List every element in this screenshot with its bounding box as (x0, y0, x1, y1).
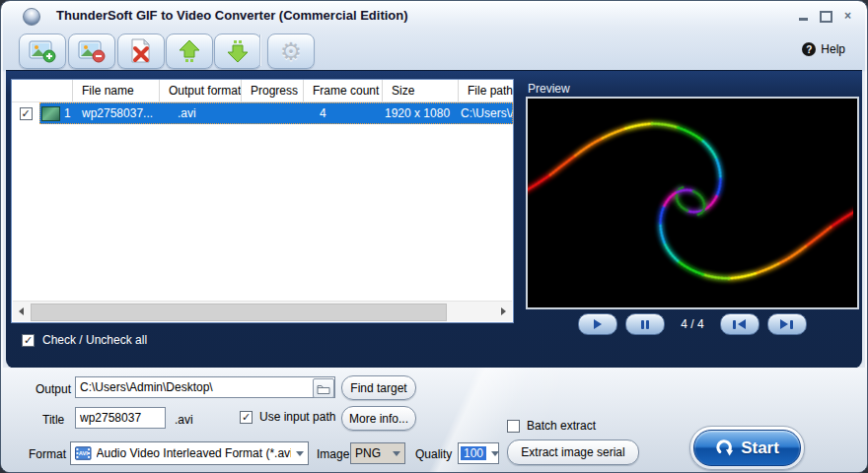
play-button[interactable] (578, 313, 617, 335)
gif-frame-image (528, 99, 853, 304)
file-list-body: ✓ 1 wp2758037... .avi 4 1920 x 1080 C:\U… (12, 102, 513, 303)
title-extension: .avi (175, 413, 193, 427)
start-label: Start (741, 439, 779, 458)
next-frame-button[interactable] (767, 313, 807, 335)
header-file-name[interactable]: File name (73, 80, 160, 101)
toolbar: ⚙ ? Help (1, 31, 867, 70)
remove-file-button[interactable] (68, 34, 115, 69)
add-image-icon (29, 39, 56, 63)
title-input[interactable] (75, 407, 166, 429)
window-title: ThunderSoft GIF to Video Converter (Comm… (56, 8, 408, 23)
output-path-input[interactable] (75, 376, 335, 398)
batch-extract-label: Batch extract (527, 419, 596, 433)
table-row[interactable]: ✓ 1 wp2758037... .avi 4 1920 x 1080 C:\U… (12, 102, 513, 124)
image-format-select[interactable]: PNG (350, 442, 405, 464)
title-label: Title (42, 413, 64, 427)
format-label: Format (29, 447, 66, 461)
output-label: Output (36, 382, 71, 396)
app-logo-icon (23, 8, 40, 26)
frame-counter: 4 / 4 (681, 317, 703, 331)
check-uncheck-all[interactable]: ✓ Check / Uncheck all (22, 333, 147, 347)
horizontal-scrollbar[interactable] (13, 301, 512, 321)
header-frame-count[interactable]: Frame count (304, 80, 383, 101)
maximize-icon[interactable] (820, 11, 832, 23)
header-file-path[interactable]: File path (459, 80, 513, 101)
gif-thumbnail (41, 106, 60, 121)
avi-format-icon: AVI (75, 446, 92, 460)
header-check-column[interactable] (12, 80, 73, 101)
image-label: Image (317, 447, 349, 461)
start-button[interactable]: Start (689, 426, 805, 470)
play-icon (594, 319, 602, 329)
format-value: Audio Video Interleaved Format (*.avi) (97, 446, 291, 460)
find-target-button[interactable]: Find target (341, 375, 416, 400)
check-all-label: Check / Uncheck all (42, 333, 147, 347)
previous-frame-button[interactable] (720, 313, 760, 335)
use-input-path-checkbox[interactable]: ✓ (240, 411, 253, 424)
extract-image-serial-button[interactable]: Extract image serial (507, 439, 639, 465)
help-label: Help (821, 42, 845, 56)
close-icon[interactable]: × (844, 10, 851, 22)
next-frame-icon (780, 319, 788, 329)
cell-file-path: C:\Users\A (459, 106, 513, 120)
minimize-icon[interactable] (799, 18, 808, 21)
header-output-format[interactable]: Output format (160, 80, 242, 101)
pause-icon (641, 320, 644, 329)
pause-button[interactable] (625, 313, 665, 335)
use-input-path-label: Use input path (259, 410, 335, 424)
cell-output-format: .avi (160, 106, 242, 120)
scroll-right-icon[interactable] (495, 302, 512, 321)
delete-file-icon (128, 38, 154, 64)
row-checkbox[interactable]: ✓ (20, 107, 33, 120)
help-button[interactable]: ? Help (802, 42, 845, 56)
svg-text:AVI: AVI (79, 450, 89, 456)
scrollbar-thumb[interactable] (31, 304, 447, 321)
settings-button[interactable]: ⚙ (267, 34, 315, 69)
move-down-button[interactable] (214, 34, 261, 69)
clear-list-button[interactable] (117, 34, 165, 69)
batch-extract-option[interactable]: Batch extract (507, 419, 596, 433)
file-list: File name Output format Progress Frame c… (11, 79, 514, 323)
add-files-button[interactable] (19, 34, 66, 69)
window-controls: × (799, 9, 851, 23)
use-input-path-option[interactable]: ✓ Use input path (240, 410, 335, 424)
header-size[interactable]: Size (383, 80, 459, 101)
arrow-down-icon (225, 38, 251, 64)
arrow-up-icon (177, 38, 202, 64)
more-info-button[interactable]: More info... (341, 406, 416, 431)
cell-frame-count: 4 (304, 106, 383, 120)
format-select[interactable]: AVI Audio Video Interleaved Format (*.av… (70, 441, 309, 465)
row-index: 1 (64, 106, 71, 120)
previous-frame-icon (738, 319, 746, 329)
cell-file-name: wp2758037... (73, 106, 160, 120)
scroll-left-icon[interactable] (13, 302, 30, 321)
preview-label: Preview (528, 82, 570, 96)
chevron-down-icon (393, 451, 400, 456)
selected-row-highlight[interactable]: 1 wp2758037... .avi 4 1920 x 1080 C:\Use… (39, 102, 513, 124)
image-format-value: PNG (355, 446, 381, 460)
move-up-button[interactable] (166, 34, 213, 69)
cell-size: 1920 x 1080 (383, 106, 459, 120)
toolbar-divider (259, 34, 260, 66)
chevron-down-icon (296, 451, 304, 456)
start-arrow-icon (715, 439, 734, 457)
header-progress[interactable]: Progress (242, 80, 304, 101)
preview-box (526, 97, 859, 309)
folder-icon (317, 383, 330, 394)
check-all-checkbox[interactable]: ✓ (22, 334, 35, 347)
quality-label: Quality (415, 447, 452, 461)
gear-icon: ⚙ (280, 39, 302, 64)
batch-extract-checkbox[interactable] (507, 420, 520, 433)
help-icon: ? (802, 42, 816, 56)
file-list-header: File name Output format Progress Frame c… (12, 80, 513, 102)
remove-image-icon (78, 39, 106, 63)
quality-value: 100 (461, 446, 486, 460)
playback-controls: 4 / 4 (526, 313, 859, 335)
quality-combo[interactable]: 100 (458, 442, 499, 464)
main-content: File name Output format Progress Frame c… (6, 70, 862, 369)
chevron-down-icon (491, 451, 499, 456)
title-bar: ThunderSoft GIF to Video Converter (Comm… (1, 1, 867, 31)
app-window: ThunderSoft GIF to Video Converter (Comm… (0, 0, 868, 473)
browse-folder-button[interactable] (313, 378, 334, 398)
